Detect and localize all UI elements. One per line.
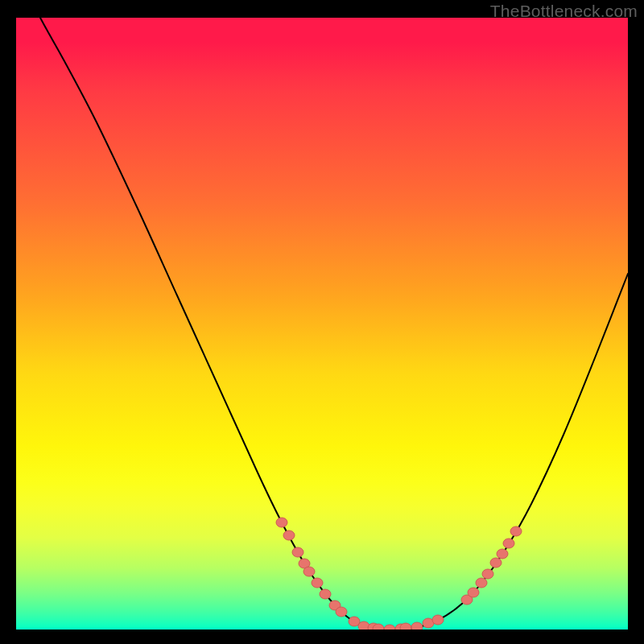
data-dot [490, 558, 502, 568]
data-dot [384, 625, 395, 630]
data-dot [276, 518, 287, 527]
data-dot [320, 589, 331, 599]
data-dot [482, 569, 493, 579]
data-dot [503, 539, 514, 548]
data-dot [476, 578, 487, 588]
data-dots [276, 518, 522, 630]
chart-svg [16, 18, 628, 630]
data-dot [411, 622, 423, 630]
data-dot [432, 615, 444, 625]
data-dot [468, 588, 479, 597]
data-dot [336, 607, 347, 617]
data-dot [283, 530, 295, 540]
chart-stage: TheBottleneck.com [0, 0, 644, 644]
plot-area [16, 18, 628, 630]
data-dot [312, 578, 323, 588]
data-dot [303, 567, 315, 576]
data-dot [497, 549, 508, 559]
bottleneck-curve [16, 18, 628, 630]
data-dot [510, 526, 522, 536]
data-dot [400, 623, 411, 630]
data-dot [292, 547, 303, 557]
watermark-text: TheBottleneck.com [490, 2, 638, 21]
